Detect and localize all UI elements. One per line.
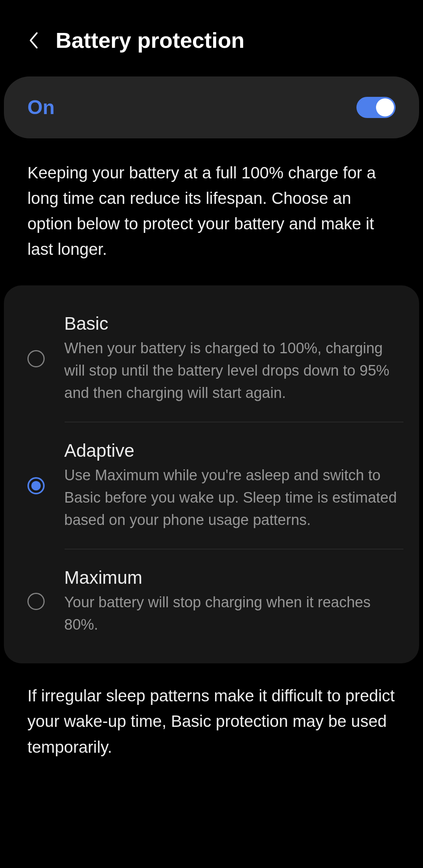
divider — [65, 549, 403, 549]
option-content: Basic When your battery is charged to 10… — [64, 313, 403, 404]
option-description: Use Maximum while you're asleep and swit… — [64, 464, 403, 531]
option-description: Your battery will stop charging when it … — [64, 591, 403, 636]
header: Battery protection — [0, 0, 423, 73]
page-title: Battery protection — [56, 27, 244, 53]
toggle-label: On — [27, 96, 54, 119]
back-icon[interactable] — [27, 31, 40, 50]
option-adaptive[interactable]: Adaptive Use Maximum while you're asleep… — [27, 428, 403, 543]
protection-toggle-card[interactable]: On — [4, 76, 419, 138]
toggle-knob — [376, 98, 394, 116]
radio-unselected-icon — [27, 350, 45, 367]
toggle-switch[interactable] — [356, 97, 396, 118]
divider — [65, 422, 403, 422]
option-description: When your battery is charged to 100%, ch… — [64, 337, 403, 404]
options-card: Basic When your battery is charged to 10… — [4, 285, 419, 663]
option-basic[interactable]: Basic When your battery is charged to 10… — [27, 301, 403, 416]
option-title: Adaptive — [64, 440, 403, 461]
radio-unselected-icon — [27, 593, 45, 610]
option-title: Maximum — [64, 567, 403, 588]
footer-note: If irregular sleep patterns make it diff… — [0, 663, 423, 779]
radio-selected-icon — [27, 477, 45, 494]
option-title: Basic — [64, 313, 403, 334]
option-maximum[interactable]: Maximum Your battery will stop charging … — [27, 555, 403, 648]
option-content: Maximum Your battery will stop charging … — [64, 567, 403, 636]
page-description: Keeping your battery at a full 100% char… — [0, 138, 423, 281]
option-content: Adaptive Use Maximum while you're asleep… — [64, 440, 403, 531]
radio-inner — [31, 481, 41, 490]
